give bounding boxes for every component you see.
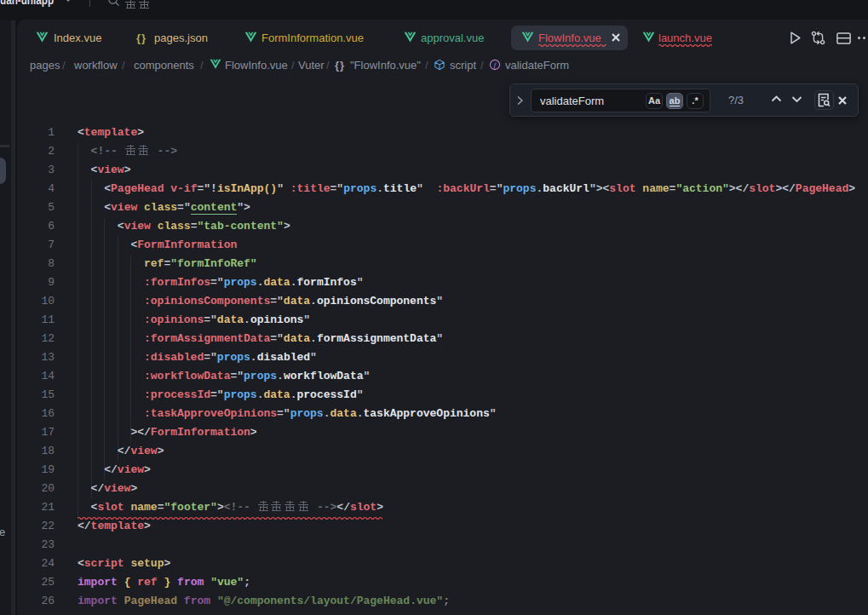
svg-text:f: f <box>494 61 497 69</box>
